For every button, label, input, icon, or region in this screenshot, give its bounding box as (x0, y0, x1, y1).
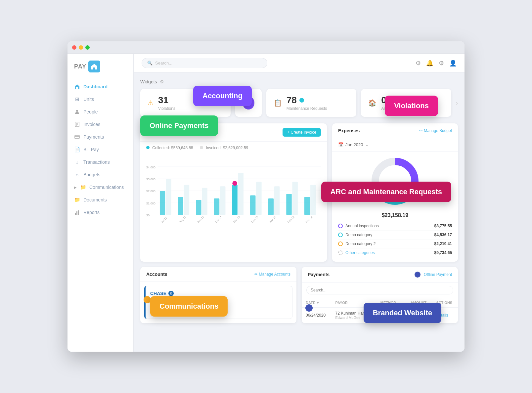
svg-rect-25 (202, 188, 207, 215)
svg-rect-32 (256, 182, 261, 215)
sidebar-item-label: Payments (83, 134, 104, 140)
expense-label: Demo category 2 (345, 241, 376, 246)
svg-rect-37 (304, 197, 310, 215)
sidebar-item-transactions[interactable]: ↕ Transactions (67, 156, 133, 168)
sidebar-item-dashboard[interactable]: Dashboard (67, 80, 133, 93)
chevron-right-icon[interactable]: › (456, 89, 458, 117)
purple-circle (243, 96, 254, 109)
payments-table: DATE ▼ PAYOR METHOD AMOUNT ACTIONS (302, 298, 458, 323)
other-categories-link[interactable]: Other categories (345, 250, 375, 255)
widgets-title: Widgets (140, 79, 157, 84)
manage-budget-button[interactable]: ✏ Manage Budget (419, 128, 452, 133)
svg-text:Jan 18: Jan 18 (269, 216, 277, 224)
svg-text:Mar 18: Mar 18 (305, 215, 313, 224)
sidebar-item-label: Invoices (83, 122, 100, 127)
widgets-settings-icon[interactable]: ⚙ (160, 79, 164, 84)
create-invoice-button[interactable]: + Create Invoice (283, 128, 321, 137)
violations-count: 31 (158, 95, 175, 106)
actions-column-header: ACTIONS (432, 298, 458, 308)
chase-account-card: CHASE © Chase Business **** 9936 $52,790… (144, 286, 292, 319)
user-icon[interactable]: 👤 (449, 60, 457, 67)
expense-label: Annual inspections (345, 224, 379, 228)
payment-payor: 72 Kuhlman Harbor Edward McGee (332, 308, 377, 323)
payments-search (302, 283, 458, 298)
sidebar-item-label: Documents (83, 197, 107, 202)
expense-amount: $2,219.41 (434, 241, 452, 246)
reports-icon (74, 209, 80, 215)
svg-rect-22 (178, 197, 183, 215)
budgets-icon: ○ (74, 172, 80, 178)
expenses-total: $23,158.19 (332, 211, 458, 222)
sidebar-item-label: People (83, 109, 98, 114)
bottom-grid: Accounts ✏ Manage Accounts CHASE © (140, 267, 458, 323)
manage-accounts-button[interactable]: ✏ Manage Accounts (254, 272, 290, 277)
sidebar-item-label: Reports (83, 210, 100, 215)
maintenance-label: Maintenance Requests (287, 106, 327, 111)
settings-icon[interactable]: ⚙ (416, 60, 421, 67)
documents-icon: 📁 (74, 197, 80, 203)
top-header: 🔍 Search... ⚙ 🔔 ⚙ 👤 (134, 54, 465, 72)
svg-point-0 (76, 110, 78, 112)
sidebar-item-documents[interactable]: 📁 Documents (67, 194, 133, 206)
maximize-button[interactable] (85, 45, 90, 50)
sidebar-item-communications[interactable]: ▶ 📁 Communications (67, 181, 133, 194)
svg-rect-29 (238, 173, 244, 215)
people-icon (74, 109, 80, 115)
teal-circle (299, 98, 304, 103)
sidebar-item-units[interactable]: ⊞ Units (67, 93, 133, 106)
svg-point-30 (232, 181, 237, 186)
collected-dot (146, 146, 150, 149)
offline-payment-button[interactable]: Offline Payment (424, 272, 452, 277)
architectural-label: Architectural Requests (381, 106, 421, 111)
sidebar-item-reports[interactable]: Reports (67, 206, 133, 219)
svg-text:$2,000: $2,000 (146, 190, 155, 193)
payments-dot (415, 272, 421, 278)
payment-amount: $908.45 (407, 308, 432, 323)
close-button[interactable] (72, 45, 76, 50)
chart-area: $4,000 $3,000 $2,000 $1,000 $0 (140, 154, 327, 232)
sidebar-item-budgets[interactable]: ○ Budgets (67, 168, 133, 181)
svg-text:$1,000: $1,000 (146, 202, 155, 205)
payments-card: Payments Offline Payment (302, 267, 458, 323)
invoiced-vs-paid-card: Invoiced vs Paid + Create Invoice Collec… (140, 123, 327, 262)
main-content: Widgets ⚙ ⚠ 31 Violations (134, 72, 465, 352)
widgets-header: Widgets ⚙ (140, 79, 458, 84)
search-icon: 🔍 (147, 61, 153, 66)
violations-label: Violations (158, 106, 175, 111)
payments-search-input[interactable] (306, 286, 453, 294)
pencil-icon: ✏ (419, 128, 422, 133)
month-label: Jan 2020 (345, 142, 363, 147)
svg-text:Oct 17: Oct 17 (215, 216, 223, 224)
sidebar-item-label: Communications (89, 185, 124, 190)
expense-dot (338, 224, 343, 228)
minimize-button[interactable] (79, 45, 83, 50)
sidebar-item-invoices[interactable]: Invoices (67, 118, 133, 131)
bell-icon[interactable]: 🔔 (426, 60, 433, 67)
expense-row: Other categories $9,734.65 (338, 248, 452, 257)
search-placeholder: Search... (155, 61, 172, 66)
sidebar-item-billpay[interactable]: 📄 Bill Pay (67, 143, 133, 156)
sidebar-item-label: Bill Pay (83, 147, 99, 152)
communications-icon: 📁 (80, 184, 86, 190)
svg-rect-36 (292, 182, 298, 215)
expense-name: Demo category (338, 233, 372, 237)
svg-text:Jul 17: Jul 17 (160, 216, 168, 224)
header-icons: ⚙ 🔔 ⚙ 👤 (416, 60, 457, 67)
details-link[interactable]: Details (436, 313, 448, 318)
svg-text:$4,000: $4,000 (146, 166, 155, 169)
expenses-card: Expenses ✏ Manage Budget 📅 Jan 2020 ⌄ (332, 123, 458, 262)
sidebar-item-people[interactable]: People (67, 106, 133, 118)
sidebar-item-payments[interactable]: Payments (67, 131, 133, 143)
svg-text:Dec 17: Dec 17 (251, 215, 259, 224)
donut-chart (369, 155, 421, 208)
svg-rect-23 (184, 185, 189, 215)
expense-row: Demo category 2 $2,219.41 (338, 240, 452, 248)
svg-rect-35 (286, 194, 291, 215)
search-bar[interactable]: 🔍 Search... (142, 58, 267, 68)
chase-badge: © (168, 291, 174, 296)
architectural-widget: 🏠 0 Architectural Requests (361, 89, 451, 117)
gear-icon[interactable]: ⚙ (439, 60, 444, 67)
payment-action: Details (432, 308, 458, 323)
logo-text: PAY (74, 63, 86, 70)
expense-list: Annual inspections $8,775.55 Demo catego… (332, 222, 458, 262)
